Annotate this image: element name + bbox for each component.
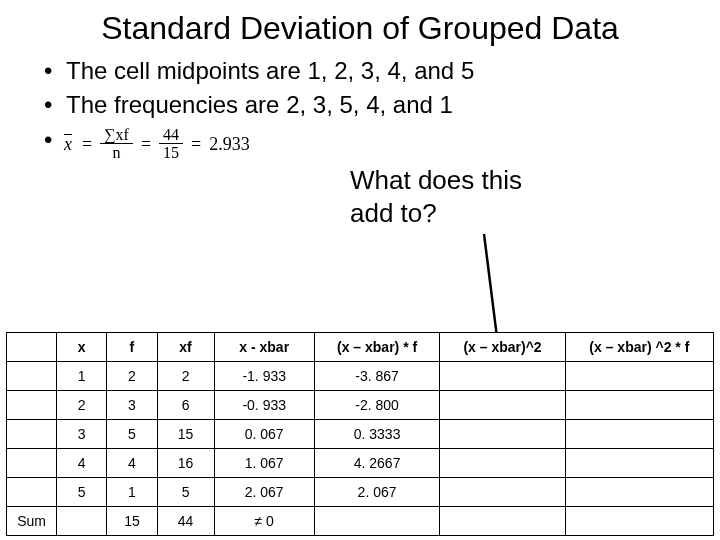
cell: 2 [107, 362, 157, 391]
cell [565, 391, 713, 420]
equals-sign: = [80, 132, 94, 156]
cell: 16 [157, 449, 214, 478]
cell: 5 [107, 420, 157, 449]
bullet-dot-icon: • [44, 55, 66, 87]
table-row: 3 5 15 0. 067 0. 3333 [7, 420, 714, 449]
xbar-symbol: x [62, 132, 74, 156]
table-row: 2 3 6 -0. 933 -2. 800 [7, 391, 714, 420]
cell [57, 507, 107, 536]
cell: 3 [57, 420, 107, 449]
cell [440, 420, 565, 449]
cell: 5 [57, 478, 107, 507]
fraction-1: ∑xf n [100, 126, 133, 162]
bullet-2: • The frequencies are 2, 3, 5, 4, and 1 [44, 89, 690, 121]
cell [440, 478, 565, 507]
side-question: What does this add to? [350, 164, 522, 229]
frac2-num: 44 [159, 126, 183, 145]
cell [440, 449, 565, 478]
cell: 15 [157, 420, 214, 449]
frac1-den: n [109, 144, 125, 162]
table-row: 5 1 5 2. 067 2. 067 [7, 478, 714, 507]
col-xmxbar-sq-f: (x – xbar) ^2 * f [565, 333, 713, 362]
cell [440, 507, 565, 536]
table-sum-row: Sum 15 44 ≠ 0 [7, 507, 714, 536]
cell [7, 449, 57, 478]
cell: 15 [107, 507, 157, 536]
cell [7, 478, 57, 507]
cell [565, 478, 713, 507]
cell [565, 420, 713, 449]
col-xmxbar-sq: (x – xbar)^2 [440, 333, 565, 362]
col-xmxbar: x - xbar [214, 333, 314, 362]
bullet-list: • The cell midpoints are 1, 2, 3, 4, and… [0, 55, 720, 162]
cell: -3. 867 [314, 362, 439, 391]
cell: 2 [57, 391, 107, 420]
slide-title: Standard Deviation of Grouped Data [0, 0, 720, 55]
cell [7, 420, 57, 449]
table-row: 1 2 2 -1. 933 -3. 867 [7, 362, 714, 391]
fraction-2: 44 15 [159, 126, 183, 162]
bullet-1-text: The cell midpoints are 1, 2, 3, 4, and 5 [66, 55, 690, 87]
cell: 4 [57, 449, 107, 478]
cell [440, 391, 565, 420]
formula-result: 2.933 [209, 132, 250, 156]
col-f: f [107, 333, 157, 362]
frac2-den: 15 [159, 144, 183, 162]
equals-sign: = [139, 132, 153, 156]
data-table: x f xf x - xbar (x – xbar) * f (x – xbar… [6, 332, 714, 536]
cell: 4 [107, 449, 157, 478]
side-question-l1: What does this [350, 164, 522, 197]
table-header-row: x f xf x - xbar (x – xbar) * f (x – xbar… [7, 333, 714, 362]
cell [440, 362, 565, 391]
bullet-1: • The cell midpoints are 1, 2, 3, 4, and… [44, 55, 690, 87]
cell: 1 [57, 362, 107, 391]
cell: 44 [157, 507, 214, 536]
cell [565, 507, 713, 536]
cell: 2. 067 [314, 478, 439, 507]
cell: 2 [157, 362, 214, 391]
side-question-l2: add to? [350, 197, 522, 230]
table-row: 4 4 16 1. 067 4. 2667 [7, 449, 714, 478]
cell: 4. 2667 [314, 449, 439, 478]
frac1-num: ∑xf [100, 126, 133, 145]
xbar-formula: x = ∑xf n = 44 15 = 2.933 [62, 126, 250, 162]
cell [7, 391, 57, 420]
cell: ≠ 0 [214, 507, 314, 536]
cell: 6 [157, 391, 214, 420]
cell: -1. 933 [214, 362, 314, 391]
cell: 3 [107, 391, 157, 420]
cell: 2. 067 [214, 478, 314, 507]
cell: -2. 800 [314, 391, 439, 420]
cell [565, 362, 713, 391]
cell: 1. 067 [214, 449, 314, 478]
cell [565, 449, 713, 478]
cell: -0. 933 [214, 391, 314, 420]
sum-label: Sum [7, 507, 57, 536]
cell: 5 [157, 478, 214, 507]
bullet-3: • x = ∑xf n = 44 15 = 2.933 [44, 124, 690, 162]
col-xf: xf [157, 333, 214, 362]
cell: 1 [107, 478, 157, 507]
bullet-2-text: The frequencies are 2, 3, 5, 4, and 1 [66, 89, 690, 121]
cell: 0. 067 [214, 420, 314, 449]
col-xmxbar-f: (x – xbar) * f [314, 333, 439, 362]
col-rowlabel [7, 333, 57, 362]
col-x: x [57, 333, 107, 362]
cell [314, 507, 439, 536]
equals-sign: = [189, 132, 203, 156]
bullet-dot-icon: • [44, 89, 66, 121]
cell: 0. 3333 [314, 420, 439, 449]
cell [7, 362, 57, 391]
